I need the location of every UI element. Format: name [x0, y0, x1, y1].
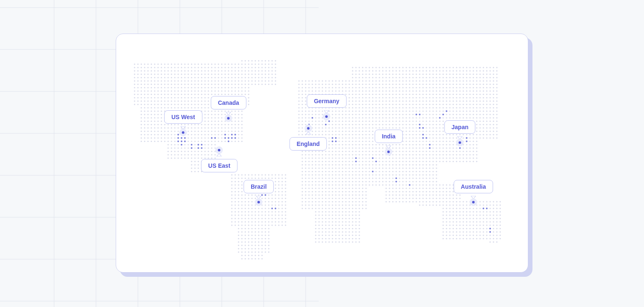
svg-point-293: [375, 73, 377, 75]
svg-point-2541: [318, 161, 319, 162]
svg-point-2604: [328, 164, 330, 165]
region-marker-england[interactable]: England: [289, 125, 327, 151]
region-marker-us_east[interactable]: US East: [201, 146, 238, 172]
svg-point-1743: [154, 127, 155, 128]
region-pill[interactable]: Germany: [307, 94, 347, 108]
svg-point-3758: [456, 234, 457, 236]
svg-point-3858: [261, 248, 262, 249]
svg-point-704: [452, 87, 454, 88]
svg-point-3435: [452, 211, 454, 212]
region-marker-japan[interactable]: Japan: [444, 120, 475, 146]
svg-point-3425: [338, 211, 340, 212]
region-marker-brazil[interactable]: Brazil: [244, 180, 274, 206]
svg-point-749: [238, 90, 239, 91]
svg-point-848: [298, 94, 299, 95]
svg-point-3376: [345, 208, 346, 209]
svg-point-1054: [352, 100, 353, 101]
svg-point-2401: [194, 154, 195, 155]
svg-point-682: [379, 87, 380, 88]
svg-point-95: [221, 67, 222, 68]
svg-point-2198: [201, 144, 203, 146]
region-marker-india[interactable]: India: [375, 130, 403, 156]
svg-point-2791: [231, 177, 232, 179]
svg-point-2132: [238, 140, 239, 142]
svg-point-743: [218, 90, 219, 91]
svg-point-83: [181, 67, 182, 68]
svg-point-1440: [412, 114, 413, 115]
svg-point-2496: [369, 157, 370, 159]
svg-point-1779: [328, 127, 330, 128]
svg-point-614: [469, 83, 470, 85]
svg-point-1904: [442, 130, 444, 132]
svg-point-561: [271, 83, 273, 85]
svg-point-2663: [365, 167, 366, 169]
tooltip-pointer-icon: [226, 109, 231, 112]
svg-point-3565: [315, 221, 316, 222]
region-pill[interactable]: US West: [164, 110, 203, 124]
svg-point-3735: [254, 234, 256, 236]
svg-point-3282: [496, 201, 497, 202]
svg-point-1513: [352, 117, 353, 118]
svg-point-3248: [365, 201, 366, 202]
svg-point-194: [261, 70, 262, 71]
svg-point-1192: [496, 104, 497, 105]
svg-point-1368: [476, 110, 477, 112]
svg-point-1951: [241, 134, 242, 135]
svg-point-2667: [379, 167, 380, 169]
svg-point-1800: [399, 127, 400, 128]
region-pill[interactable]: Japan: [444, 120, 475, 134]
svg-point-485: [382, 80, 383, 81]
svg-point-333: [144, 77, 145, 78]
svg-point-2110: [164, 140, 165, 142]
svg-point-3883: [258, 258, 259, 259]
svg-point-51: [218, 63, 219, 65]
svg-point-3064: [352, 191, 353, 192]
svg-point-3541: [479, 218, 480, 219]
svg-point-3519: [325, 218, 326, 219]
svg-point-2606: [335, 164, 336, 165]
svg-point-2319: [459, 147, 461, 149]
svg-point-174: [194, 70, 195, 71]
svg-point-2568: [409, 161, 410, 162]
region-marker-canada[interactable]: Canada: [211, 96, 247, 122]
region-marker-australia[interactable]: Australia: [454, 180, 493, 206]
svg-point-654: [238, 87, 239, 88]
svg-point-773: [365, 90, 366, 91]
region-pill[interactable]: Brazil: [244, 180, 274, 193]
region-pill[interactable]: England: [289, 137, 327, 151]
svg-point-433: [187, 80, 189, 81]
svg-point-418: [137, 80, 138, 81]
svg-point-3025: [439, 187, 440, 189]
svg-point-2011: [496, 134, 497, 135]
svg-point-2246: [442, 144, 444, 145]
region-pill[interactable]: US East: [201, 159, 238, 172]
svg-point-999: [486, 97, 487, 98]
svg-point-2626: [402, 164, 403, 165]
svg-point-3372: [332, 208, 333, 209]
svg-point-1441: [415, 114, 417, 115]
svg-point-3622: [342, 224, 343, 226]
svg-point-3258: [415, 201, 417, 202]
svg-point-1111: [177, 104, 179, 105]
svg-point-32: [154, 63, 155, 65]
svg-point-3232: [312, 201, 313, 202]
svg-point-1902: [436, 130, 437, 132]
svg-point-3818: [251, 241, 252, 242]
svg-point-3141: [426, 194, 427, 195]
svg-point-3416: [281, 211, 283, 212]
region-marker-germany[interactable]: Germany: [307, 94, 347, 120]
region-pill[interactable]: Canada: [211, 96, 247, 109]
region-marker-us_west[interactable]: US West: [164, 110, 203, 136]
svg-point-2129: [228, 140, 229, 142]
region-pill[interactable]: Australia: [454, 180, 493, 193]
svg-point-3198: [415, 198, 417, 199]
svg-point-3701: [325, 231, 326, 232]
svg-point-1692: [342, 124, 343, 125]
svg-point-1923: [147, 134, 148, 135]
svg-point-2130: [231, 140, 232, 142]
region-pill[interactable]: India: [375, 130, 403, 143]
svg-point-919: [171, 97, 172, 98]
svg-point-625: [140, 87, 142, 88]
svg-point-592: [395, 83, 397, 85]
svg-point-2710: [362, 171, 363, 172]
